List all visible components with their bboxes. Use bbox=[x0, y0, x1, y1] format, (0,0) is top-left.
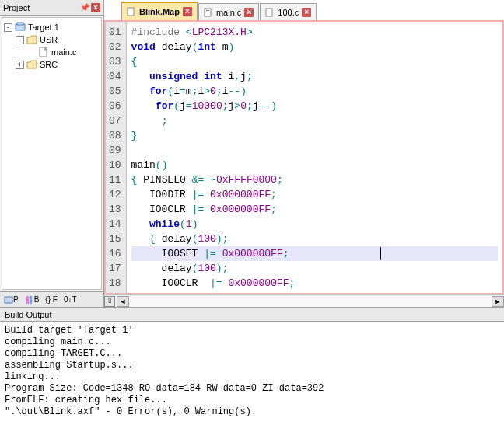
folder-icon bbox=[26, 59, 37, 70]
tree-mainc[interactable]: main.c bbox=[4, 46, 100, 58]
file-icon bbox=[38, 47, 49, 57]
project-tree[interactable]: - Target 1 - USR main.c + bbox=[2, 17, 102, 290]
scroll-left-icon[interactable]: ◄ bbox=[117, 296, 129, 307]
tree-label[interactable]: main.c bbox=[51, 47, 76, 57]
target-icon bbox=[15, 22, 26, 33]
svg-rect-4 bbox=[26, 296, 29, 304]
svg-rect-9 bbox=[266, 9, 272, 16]
tree-toggle-icon[interactable]: + bbox=[16, 61, 24, 69]
horizontal-scrollbar[interactable]: ▯ ◄ ► bbox=[104, 294, 504, 307]
panel-tab-books[interactable]: B bbox=[23, 294, 42, 305]
build-output-title: Build Output bbox=[5, 310, 52, 319]
code-content[interactable]: #include <LPC213X.H>void delay(int m){ u… bbox=[127, 22, 502, 293]
tree-label[interactable]: USR bbox=[40, 35, 58, 44]
panel-tab-functions[interactable]: {} F bbox=[43, 294, 60, 305]
tree-toggle-icon[interactable]: - bbox=[16, 36, 24, 44]
svg-rect-6 bbox=[128, 8, 134, 16]
tree-root[interactable]: - Target 1 bbox=[4, 21, 100, 33]
panel-tab-templates[interactable]: 0↓T bbox=[61, 294, 79, 305]
tab-close-icon[interactable]: × bbox=[302, 8, 311, 17]
project-panel: Project 📌 × - Target 1 - USR bbox=[0, 0, 104, 307]
tab-label: 100.c bbox=[278, 8, 299, 17]
code-editor[interactable]: 010203040506070809101112131415161718 #in… bbox=[104, 20, 504, 294]
scroll-track[interactable] bbox=[129, 296, 492, 307]
panel-tab-project[interactable]: P bbox=[2, 294, 21, 305]
tree-src[interactable]: + SRC bbox=[4, 58, 100, 71]
build-output-header: Build Output bbox=[0, 308, 504, 322]
line-gutter: 010203040506070809101112131415161718 bbox=[106, 22, 127, 293]
project-panel-tabs: P B {} F 0↓T bbox=[0, 291, 103, 307]
tab-close-icon[interactable]: × bbox=[244, 8, 254, 17]
folder-icon bbox=[26, 34, 37, 45]
tree-label[interactable]: SRC bbox=[40, 60, 58, 69]
svg-rect-5 bbox=[30, 296, 32, 304]
split-icon[interactable]: ▯ bbox=[104, 296, 115, 307]
tab-100-c[interactable]: 100.c × bbox=[260, 3, 317, 20]
close-icon[interactable]: × bbox=[91, 3, 100, 12]
pin-icon[interactable]: 📌 bbox=[80, 3, 89, 12]
svg-rect-7 bbox=[205, 9, 211, 16]
build-output[interactable]: Build target 'Target 1' compiling main.c… bbox=[0, 322, 504, 425]
svg-rect-8 bbox=[206, 10, 209, 11]
tree-label[interactable]: Target 1 bbox=[28, 23, 59, 32]
tree-usr[interactable]: - USR bbox=[4, 33, 100, 46]
svg-rect-3 bbox=[5, 297, 12, 303]
document-icon bbox=[127, 7, 136, 16]
scroll-right-icon[interactable]: ► bbox=[492, 296, 504, 307]
tab-main-c[interactable]: main.c × bbox=[198, 3, 259, 20]
tab-close-icon[interactable]: × bbox=[183, 7, 192, 16]
project-panel-header: Project 📌 × bbox=[0, 0, 103, 16]
tab-label: main.c bbox=[216, 8, 241, 17]
tab-blink-map[interactable]: Blink.Map × bbox=[121, 2, 198, 20]
editor-area: Blink.Map × main.c × 100.c × 01020304050… bbox=[104, 0, 504, 307]
tree-toggle-icon[interactable]: - bbox=[4, 23, 12, 32]
top-area: Project 📌 × - Target 1 - USR bbox=[0, 0, 504, 308]
svg-rect-1 bbox=[17, 23, 23, 25]
tab-label: Blink.Map bbox=[139, 7, 180, 16]
editor-tabs: Blink.Map × main.c × 100.c × bbox=[104, 0, 504, 20]
document-icon bbox=[204, 8, 213, 17]
document-icon bbox=[265, 8, 275, 17]
panel-controls: 📌 × bbox=[80, 3, 100, 12]
project-panel-title: Project bbox=[3, 3, 30, 12]
